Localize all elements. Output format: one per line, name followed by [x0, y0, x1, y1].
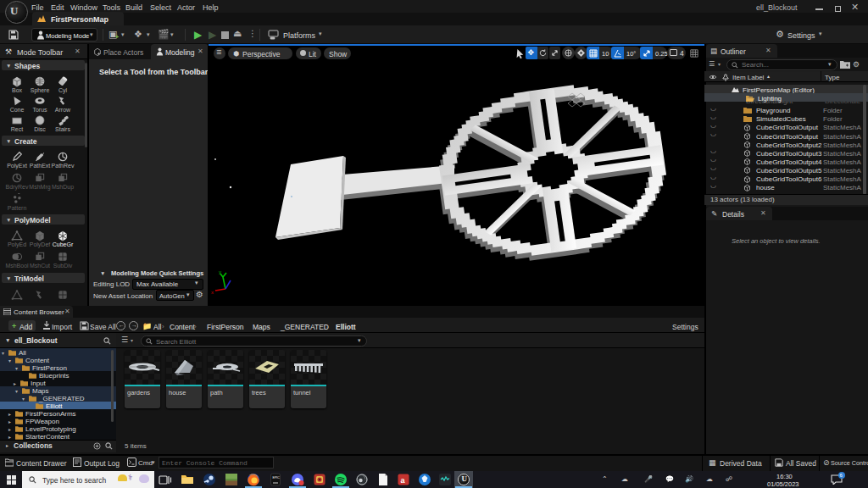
svg-text:x: x: [211, 290, 214, 295]
svg-text:EPIC: EPIC: [273, 476, 281, 480]
svg-text:y: y: [219, 269, 221, 274]
